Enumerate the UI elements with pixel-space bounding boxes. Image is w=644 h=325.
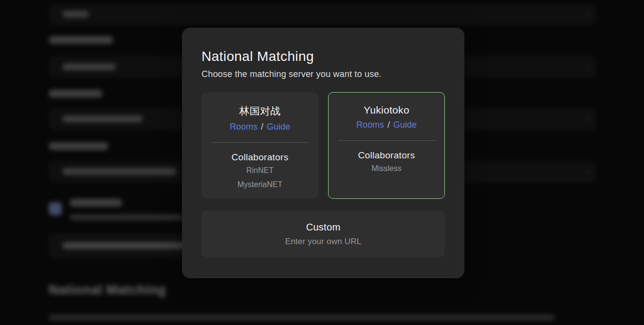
server-card-yukiotoko[interactable]: Yukiotoko Rooms / Guide Collaborators Mi…	[328, 92, 445, 199]
guide-link[interactable]: Guide	[267, 122, 290, 132]
rooms-link[interactable]: Rooms	[230, 122, 258, 132]
server-name: Yukiotoko	[329, 104, 444, 116]
collaborators-heading: Collaborators	[202, 152, 318, 163]
custom-server-card[interactable]: Custom Enter your own URL	[202, 210, 445, 257]
modal-title: National Matching	[202, 49, 445, 64]
rooms-link[interactable]: Rooms	[356, 120, 384, 130]
server-options: 林国对战 Rooms / Guide Collaborators RinNET …	[202, 92, 445, 199]
custom-subtitle: Enter your own URL	[285, 237, 362, 247]
server-card-linguoduizhan[interactable]: 林国对战 Rooms / Guide Collaborators RinNET …	[202, 92, 318, 199]
link-separator: /	[387, 120, 390, 130]
collaborator: Missless	[329, 162, 444, 175]
guide-link[interactable]: Guide	[393, 120, 417, 130]
link-separator: /	[261, 122, 263, 132]
divider	[338, 140, 435, 141]
collaborators-heading: Collaborators	[329, 150, 444, 161]
modal-subtitle: Choose the matching server you want to u…	[202, 69, 445, 79]
server-links: Rooms / Guide	[329, 120, 444, 130]
server-links: Rooms / Guide	[202, 122, 318, 132]
divider	[211, 142, 309, 143]
collaborator: RinNET	[202, 164, 318, 177]
national-matching-modal: National Matching Choose the matching se…	[182, 28, 464, 278]
collaborator: MysteriaNET	[202, 178, 318, 191]
server-name: 林国对战	[202, 104, 318, 118]
custom-title: Custom	[306, 222, 341, 233]
